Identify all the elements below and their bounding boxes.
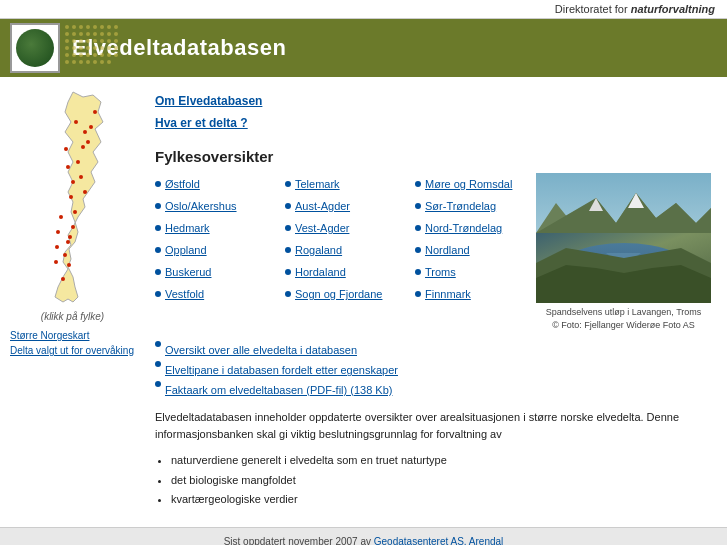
svg-point-10 — [76, 160, 80, 164]
fylke-col-2: Telemark Aust-Agder Vest-Agder Rogaland … — [285, 173, 415, 305]
header: Elvedeltadatabasen — [0, 19, 727, 77]
fylke-col-1: Østfold Oslo/Akershus Hedmark Oppland Bu… — [155, 173, 285, 305]
telemark-link[interactable]: Telemark — [285, 173, 415, 195]
nordland-link[interactable]: Nordland — [415, 239, 545, 261]
aust-agder-link[interactable]: Aust-Agder — [285, 195, 415, 217]
oslo-link[interactable]: Oslo/Akershus — [155, 195, 285, 217]
delta-link[interactable]: Delta valgt ut for overvåking — [10, 343, 135, 358]
bullet-item-3: kvartærgeologiske verdier — [171, 490, 711, 510]
bullet-list: naturverdiene generelt i elvedelta som e… — [171, 451, 711, 510]
svg-marker-0 — [55, 92, 103, 302]
norway-map[interactable] — [13, 87, 133, 307]
svg-point-13 — [74, 120, 78, 124]
troms-link[interactable]: Troms — [415, 261, 545, 283]
svg-point-14 — [79, 175, 83, 179]
river-photo — [536, 173, 711, 303]
more-link[interactable]: Møre og Romsdal — [415, 173, 545, 195]
sognog-link[interactable]: Sogn og Fjordane — [285, 283, 415, 305]
svg-point-17 — [59, 215, 63, 219]
footer: Sist oppdatert november 2007 av Geodatas… — [0, 527, 727, 545]
norgeskart-link[interactable]: Større Norgeskart — [10, 328, 135, 343]
fylke-grid: Østfold Oslo/Akershus Hedmark Oppland Bu… — [155, 173, 522, 305]
faktaark-link[interactable]: Faktaark om elvedeltabasen (PDF-fil) (13… — [155, 381, 711, 401]
svg-point-21 — [64, 147, 68, 151]
svg-point-18 — [56, 230, 60, 234]
svg-point-11 — [81, 145, 85, 149]
extra-links: Oversikt over alle elvedelta i databasen… — [155, 341, 711, 400]
main-container: (klikk på fylke) Større Norgeskart Delta… — [0, 77, 727, 527]
hva-er-delta-link[interactable]: Hva er et delta ? — [155, 113, 711, 135]
fordelt-link[interactable]: Elveltipane i databasen fordelt etter eg… — [155, 361, 711, 381]
svg-point-20 — [93, 110, 97, 114]
hedmark-link[interactable]: Hedmark — [155, 217, 285, 239]
svg-point-23 — [55, 245, 59, 249]
svg-point-4 — [73, 210, 77, 214]
svg-point-24 — [54, 260, 58, 264]
fylke-col-3: Møre og Romsdal Sør-Trøndelag Nord-Trønd… — [415, 173, 545, 305]
buskerud-link[interactable]: Buskerud — [155, 261, 285, 283]
svg-point-12 — [83, 130, 87, 134]
svg-point-16 — [86, 140, 90, 144]
svg-point-3 — [69, 195, 73, 199]
svg-point-15 — [83, 190, 87, 194]
svg-point-19 — [89, 125, 93, 129]
photo-caption: Spandselvens utløp i Lavangen, Troms © F… — [536, 306, 711, 331]
vest-agder-link[interactable]: Vest-Agder — [285, 217, 415, 239]
sidebar-links: Større Norgeskart Delta valgt ut for ove… — [8, 328, 137, 358]
hordaland-link[interactable]: Hordaland — [285, 261, 415, 283]
photo-caption-line1: Spandselvens utløp i Lavangen, Troms — [546, 307, 702, 317]
photo-caption-line2: © Foto: Fjellanger Widerøe Foto AS — [552, 320, 695, 330]
footer-link[interactable]: Geodatasenteret AS, Arendal — [374, 536, 504, 545]
header-dots — [65, 25, 125, 71]
sidebar-caption: (klikk på fylke) — [8, 311, 137, 322]
section-title: Fylkesoversikter — [155, 148, 711, 165]
svg-point-22 — [68, 235, 72, 239]
footer-text: Sist oppdatert november 2007 av — [224, 536, 374, 545]
ostfold-link[interactable]: Østfold — [155, 173, 285, 195]
bullet-item-1: naturverdiene generelt i elvedelta som e… — [171, 451, 711, 471]
svg-point-6 — [66, 240, 70, 244]
rogaland-link[interactable]: Rogaland — [285, 239, 415, 261]
logo-circle — [16, 29, 54, 67]
sidebar: (klikk på fylke) Større Norgeskart Delta… — [0, 77, 145, 527]
top-bar: Direktoratet for naturforvaltning — [0, 0, 727, 19]
om-elvedatabasen-link[interactable]: Om Elvedatabasen — [155, 91, 711, 113]
photo-container: Spandselvens utløp i Lavangen, Troms © F… — [536, 173, 711, 331]
svg-point-7 — [63, 253, 67, 257]
svg-point-9 — [61, 277, 65, 281]
nord-trondelag-link[interactable]: Nord-Trøndelag — [415, 217, 545, 239]
vestfold-link[interactable]: Vestfold — [155, 283, 285, 305]
header-logo — [10, 23, 60, 73]
svg-point-5 — [71, 225, 75, 229]
svg-point-8 — [67, 263, 71, 267]
svg-point-1 — [66, 165, 70, 169]
finnmark-link[interactable]: Finnmark — [415, 283, 545, 305]
top-bar-text: Direktoratet for naturforvaltning — [555, 3, 715, 15]
sor-trondelag-link[interactable]: Sør-Trøndelag — [415, 195, 545, 217]
main-content: Om Elvedatabasen Hva er et delta ? Fylke… — [145, 77, 727, 527]
top-links: Om Elvedatabasen Hva er et delta ? — [155, 91, 711, 134]
oppland-link[interactable]: Oppland — [155, 239, 285, 261]
oversikt-link[interactable]: Oversikt over alle elvedelta i databasen — [155, 341, 711, 361]
bullet-item-2: det biologiske mangfoldet — [171, 471, 711, 491]
description-text: Elvedeltadatabasen inneholder oppdaterte… — [155, 409, 711, 443]
svg-point-2 — [71, 180, 75, 184]
